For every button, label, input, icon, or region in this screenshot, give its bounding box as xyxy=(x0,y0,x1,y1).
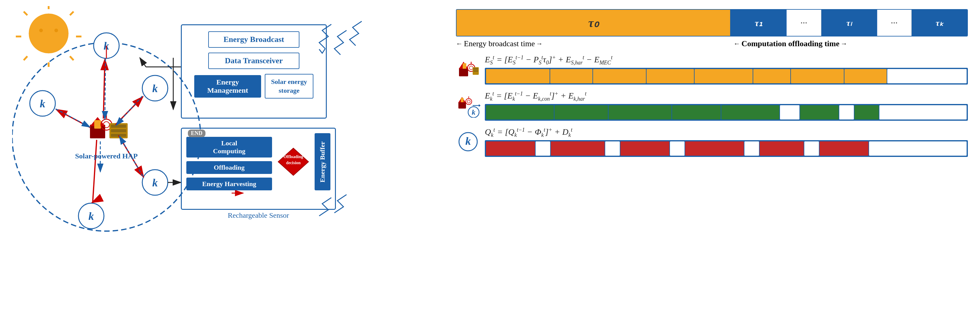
svg-rect-64 xyxy=(473,68,478,70)
svg-text:k: k xyxy=(152,83,158,95)
svg-line-7 xyxy=(24,56,27,60)
svg-rect-59 xyxy=(463,63,466,69)
hap-energy-icon xyxy=(456,57,480,81)
svg-line-9 xyxy=(24,11,27,15)
svg-rect-65 xyxy=(473,70,478,72)
energy-broadcast-box: Energy Broadcast xyxy=(208,31,299,48)
energy-buffer-box: Energy Buffer xyxy=(315,133,331,190)
svg-text:k: k xyxy=(472,108,476,116)
svg-rect-66 xyxy=(458,102,466,108)
solar-storage-box: Solar energy storage xyxy=(265,74,313,99)
hap-energy-content: ESt = [ESt−1 − PStτ0]+ + ES,hart − EMECt xyxy=(485,54,968,84)
offloading-diamond-svg: Offloading decision xyxy=(277,146,310,177)
timeline-bar: τ₀ τ₁ ··· τᵢ ··· τₖ xyxy=(456,9,968,37)
energy-management-box: Energy Management xyxy=(194,75,261,98)
svg-line-36 xyxy=(93,140,97,202)
queue-content: Qkt = [Qkt−1 − Φkt]+ + Dkt xyxy=(485,127,968,157)
end-badge: END xyxy=(188,130,205,137)
svg-point-69 xyxy=(466,99,472,105)
left-diagram: k k k k k xyxy=(12,6,438,323)
svg-point-0 xyxy=(12,43,200,231)
svg-point-11 xyxy=(54,29,58,32)
svg-rect-24 xyxy=(94,120,101,129)
sensor-energy-bar xyxy=(485,104,968,121)
svg-line-45 xyxy=(140,58,146,67)
queue-bar xyxy=(485,140,968,157)
tau0-segment: τ₀ xyxy=(457,10,731,36)
hap-equation: ESt = [ESt−1 − PStτ0]+ + ES,hart − EMECt xyxy=(485,54,968,66)
taui-segment: τᵢ xyxy=(821,10,877,36)
hap-energy-bar xyxy=(485,68,968,84)
svg-point-70 xyxy=(467,100,470,103)
svg-line-5 xyxy=(70,56,73,60)
right-panel: τ₀ τ₁ ··· τᵢ ··· τₖ xyxy=(456,6,968,323)
diagram-area: k k k k k xyxy=(12,6,438,323)
svg-point-10 xyxy=(39,29,43,32)
svg-marker-73 xyxy=(479,104,480,107)
energy-harvesting-box: Energy Harvesting xyxy=(186,178,272,190)
data-transceiver-box: Data Transceiver xyxy=(208,52,299,69)
svg-rect-68 xyxy=(461,98,463,102)
svg-line-3 xyxy=(70,11,73,15)
svg-text:decision: decision xyxy=(286,161,301,165)
timeline-section: τ₀ τ₁ ··· τᵢ ··· τₖ xyxy=(456,9,968,48)
sensor-equation: Ekt = [Ekt−1 − Ek,cont]+ + Ek,hart xyxy=(485,91,968,102)
queue-row: k Qkt = [Qkt−1 − Φkt]+ + Dkt xyxy=(456,127,968,157)
svg-text:k: k xyxy=(40,98,45,110)
hap-label: Solar-powered HAP xyxy=(73,152,140,160)
queue-equation: Qkt = [Qkt−1 − Φkt]+ + Dkt xyxy=(485,127,968,138)
svg-text:k: k xyxy=(89,210,94,222)
svg-rect-29 xyxy=(111,125,126,128)
broadcast-time-label: ← Energy broadcast time → xyxy=(456,39,733,48)
sensor-system-box: END LocalComputing Offloading Energy Har… xyxy=(181,128,336,210)
svg-text:k: k xyxy=(152,176,158,189)
tauk-segment: τₖ xyxy=(912,10,967,36)
local-computing-box: LocalComputing xyxy=(186,137,272,157)
queue-k-icon: k xyxy=(456,130,480,154)
svg-rect-30 xyxy=(111,129,126,132)
svg-text:k: k xyxy=(465,135,471,147)
svg-text:Offloading: Offloading xyxy=(283,154,303,159)
timeline-labels: ← Energy broadcast time → ← Computation … xyxy=(456,39,968,48)
svg-rect-57 xyxy=(459,68,468,76)
computation-time-label: ← Computation offloading time → xyxy=(733,39,968,48)
sensor-energy-content: Ekt = [Ekt−1 − Ek,cont]+ + Ek,hart xyxy=(485,91,968,121)
dots1-segment: ··· xyxy=(787,10,821,36)
svg-point-1 xyxy=(29,14,68,53)
hap-system-box: Energy Broadcast Data Transceiver Energy… xyxy=(181,24,327,119)
sensor-label: Rechargeable Sensor xyxy=(181,211,336,219)
sensor-k-icon: k xyxy=(456,93,480,118)
offloading-box: Offloading xyxy=(186,161,272,174)
dots2-segment: ··· xyxy=(877,10,912,36)
tau1-segment: τ₁ xyxy=(731,10,787,36)
svg-point-61 xyxy=(469,66,473,70)
sensor-energy-row: k Ekt = [Ekt−1 − Ek,cont]+ + Ek,hart xyxy=(456,91,968,121)
hap-energy-row: ESt = [ESt−1 − PStτ0]+ + ES,hart − EMECt xyxy=(456,54,968,84)
